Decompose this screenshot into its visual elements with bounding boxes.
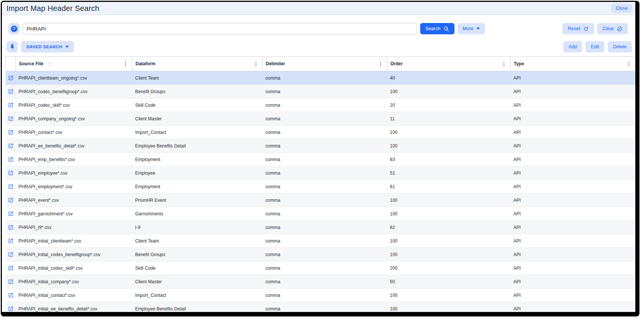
table-row[interactable]: PHRAPI_I9*.csv I-9 comma 62 API [6,221,636,234]
column-header[interactable]: Delimiter ↑ ⋮ [263,57,387,71]
results-table: Source File ↑ ⋮ Dataform ↑ ⋮ Delimiter ↑… [6,56,639,312]
refresh-icon [583,26,589,32]
open-in-new-icon[interactable] [8,75,14,81]
column-header-label: Dataform [136,61,156,66]
table-row[interactable]: PHRAPI_clientteam_ongoing*.csv Client Te… [6,71,636,85]
reset-button[interactable]: Reset [562,23,594,34]
table-row[interactable]: PHRAPI_initial_company*.csv Client Maste… [6,275,636,289]
open-in-new-icon[interactable] [8,184,14,189]
table-row[interactable]: PHRAPI_company_ongoing*.csv Client Maste… [6,112,636,126]
open-in-new-icon[interactable] [8,129,14,135]
cell-open [6,153,15,166]
table-row[interactable]: PHRAPI_emp_benefits*.csv Employment comm… [6,153,636,166]
cell-dataform: Benefit Groups [132,85,262,98]
cell-order: 62 [387,221,510,234]
search-button-label: Search [425,26,441,31]
column-header[interactable]: Type ↑ ⋮ [511,57,635,71]
open-in-new-icon[interactable] [8,157,14,162]
table-row[interactable]: PHRAPI_garnishment*.csv Garnishments com… [6,207,636,221]
cell-delimiter: comma [262,126,387,139]
table-row[interactable]: PHRAPI_initial_clientteam*.csv Client Te… [6,234,636,248]
table-row[interactable]: PHRAPI_contact*.csv Import_Contact comma… [6,126,636,139]
open-in-new-icon[interactable] [8,89,14,94]
cell-order: 63 [387,153,510,166]
cell-source-file: PHRAPI_garnishment*.csv [15,207,132,220]
open-in-new-icon[interactable] [8,170,14,176]
search-input[interactable] [23,23,417,34]
column-menu-icon[interactable]: ⋮ [122,60,130,67]
cell-delimiter: comma [262,234,387,247]
cell-type: API [510,126,636,139]
scrollbar-thumb[interactable] [636,72,639,306]
pin-saved-search-button[interactable] [6,41,18,52]
search-button[interactable]: Search [420,23,454,34]
cell-type: API [510,98,636,112]
cell-dataform: Skill Code [132,261,262,275]
table-row[interactable]: PHRAPI_codes_skill*.csv Skill Code comma… [6,98,636,112]
open-in-new-icon[interactable] [8,102,14,108]
cell-open [6,180,15,193]
cell-source-file: PHRAPI_initial_contact*.csv [15,289,132,302]
open-in-new-icon[interactable] [8,116,14,121]
cell-source-file: PHRAPI_initial_codes_benefitgroup*.csv [15,248,132,261]
open-in-new-icon[interactable] [8,197,14,203]
cell-open [6,166,15,180]
cell-dataform: Import_Contact [132,289,262,302]
cell-type: API [510,166,636,180]
cell-type: API [510,85,636,98]
toolbar-row: SAVED SEARCH Add Edit Delete [6,41,632,53]
table-row[interactable]: PHRAPI_initial_contact*.csv Import_Conta… [6,289,636,302]
more-button[interactable]: More [458,23,485,34]
block-icon [617,26,622,32]
cell-source-file: PHRAPI_employee*.csv [15,166,132,180]
open-in-new-icon[interactable] [8,238,14,244]
table-row[interactable]: PHRAPI_employment*.csv Employment comma … [6,180,636,194]
add-button[interactable]: Add [563,41,582,52]
delete-button[interactable]: Delete [608,41,632,52]
vertical-scrollbar[interactable] [636,71,639,312]
open-in-new-icon[interactable] [8,292,14,298]
cell-dataform: Employee Benefits Detail [132,139,262,152]
search-icon [444,26,449,32]
cell-delimiter: comma [262,302,387,312]
table-row[interactable]: PHRAPI_event*.csv PrismHR Event comma 10… [6,194,636,207]
table-row[interactable]: PHRAPI_initial_codes_skill*.csv Skill Co… [6,261,636,275]
cell-source-file: PHRAPI_contact*.csv [15,126,132,139]
cell-delimiter: comma [262,289,387,302]
column-header-label: Delimiter [266,61,285,66]
cell-order: 51 [387,166,510,180]
open-in-new-icon[interactable] [8,211,14,217]
open-in-new-icon[interactable] [8,279,14,284]
column-header[interactable]: Order ↑ ⋮ [387,57,511,71]
column-header[interactable]: Dataform ↑ ⋮ [132,57,263,71]
column-menu-icon[interactable]: ⋮ [625,60,633,67]
cell-delimiter: comma [262,221,387,234]
table-row[interactable]: PHRAPI_employee*.csv Employee comma 51 A… [6,166,636,180]
close-button[interactable]: Close [611,4,632,13]
open-in-new-icon[interactable] [8,252,14,257]
help-button[interactable]: ? [8,23,20,34]
search-row: ? Search More Reset Clear [8,23,628,35]
cell-order: 61 [387,180,510,193]
open-in-new-icon[interactable] [8,224,14,230]
edit-button[interactable]: Edit [585,41,604,52]
column-menu-icon[interactable]: ⋮ [500,60,508,67]
table-row[interactable]: PHRAPI_initial_ee_benefits_detail*.csv E… [6,302,636,312]
table-header: Source File ↑ ⋮ Dataform ↑ ⋮ Delimiter ↑… [6,56,636,71]
cell-open [6,248,15,261]
cell-order: 100 [387,194,510,207]
cell-open [6,126,15,139]
clear-button[interactable]: Clear [597,23,628,34]
table-row[interactable]: PHRAPI_codes_benefitgroup*.csv Benefit G… [6,85,636,98]
column-menu-icon[interactable]: ⋮ [252,60,260,67]
column-menu-icon[interactable]: ⋮ [376,60,385,67]
open-in-new-icon[interactable] [8,143,14,149]
table-row[interactable]: PHRAPI_ee_benefits_detail*.csv Employee … [6,139,636,153]
open-in-new-icon[interactable] [8,265,14,271]
table-row[interactable]: PHRAPI_initial_codes_benefitgroup*.csv B… [6,248,636,261]
saved-search-button[interactable]: SAVED SEARCH [21,41,74,52]
column-header[interactable]: Source File ↑ ⋮ [16,57,132,71]
open-in-new-icon[interactable] [8,306,14,312]
cell-delimiter: comma [262,139,387,152]
cell-dataform: Client Team [132,234,262,247]
